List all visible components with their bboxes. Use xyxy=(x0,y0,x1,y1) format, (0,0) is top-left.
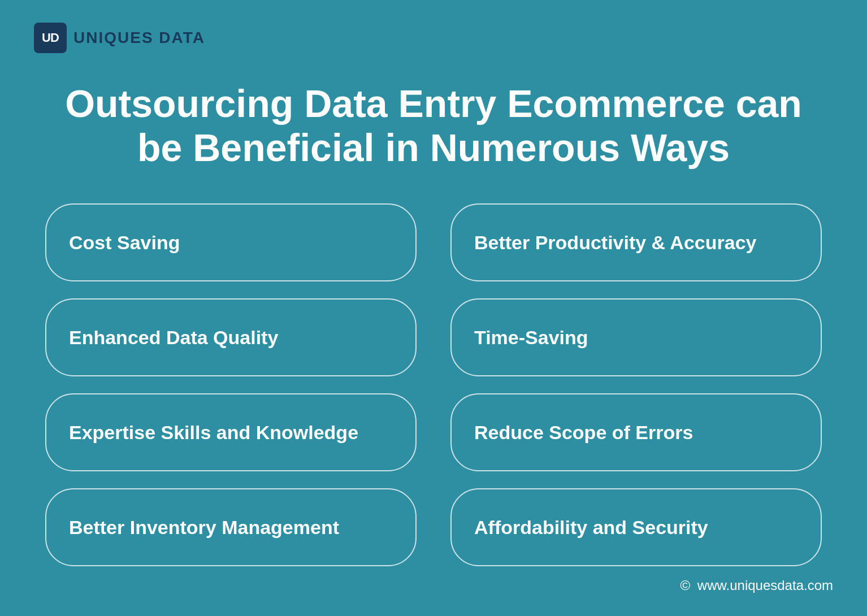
copyright-symbol: © xyxy=(680,578,691,593)
benefit-expertise-skills: Expertise Skills and Knowledge xyxy=(45,393,417,471)
benefit-cost-saving-label: Cost Saving xyxy=(69,232,180,254)
main-heading: Outsourcing Data Entry Ecommerce can be … xyxy=(34,81,833,170)
benefit-cost-saving: Cost Saving xyxy=(45,203,417,281)
logo-icon: UD xyxy=(34,23,67,53)
benefit-enhanced-data-quality-label: Enhanced Data Quality xyxy=(69,327,278,349)
benefit-reduce-scope-errors-label: Reduce Scope of Errors xyxy=(474,422,693,444)
benefit-time-saving-label: Time-Saving xyxy=(474,327,588,349)
benefit-better-productivity: Better Productivity & Accuracy xyxy=(450,203,822,281)
page-wrapper: UD UNIQUES DATA Outsourcing Data Entry E… xyxy=(0,0,867,616)
website-url: www.uniquesdata.com xyxy=(697,578,833,593)
benefit-reduce-scope-errors: Reduce Scope of Errors xyxy=(450,393,822,471)
benefit-better-productivity-label: Better Productivity & Accuracy xyxy=(474,232,756,254)
logo-area: UD UNIQUES DATA xyxy=(34,23,833,53)
logo-name: UNIQUES DATA xyxy=(73,29,205,47)
benefits-grid: Cost Saving Better Productivity & Accura… xyxy=(34,203,833,566)
footer-website: © www.uniquesdata.com xyxy=(680,578,834,593)
benefit-affordability-security: Affordability and Security xyxy=(450,488,822,566)
benefit-expertise-skills-label: Expertise Skills and Knowledge xyxy=(69,422,358,444)
heading-line1: Outsourcing Data Entry Ecommerce can xyxy=(57,81,810,125)
benefit-time-saving: Time-Saving xyxy=(450,298,822,376)
footer: © www.uniquesdata.com xyxy=(34,566,833,593)
benefit-enhanced-data-quality: Enhanced Data Quality xyxy=(45,298,417,376)
heading-line2: be Beneficial in Numerous Ways xyxy=(57,125,810,170)
benefit-affordability-security-label: Affordability and Security xyxy=(474,517,708,539)
benefit-better-inventory-label: Better Inventory Management xyxy=(69,517,339,539)
benefit-better-inventory: Better Inventory Management xyxy=(45,488,417,566)
